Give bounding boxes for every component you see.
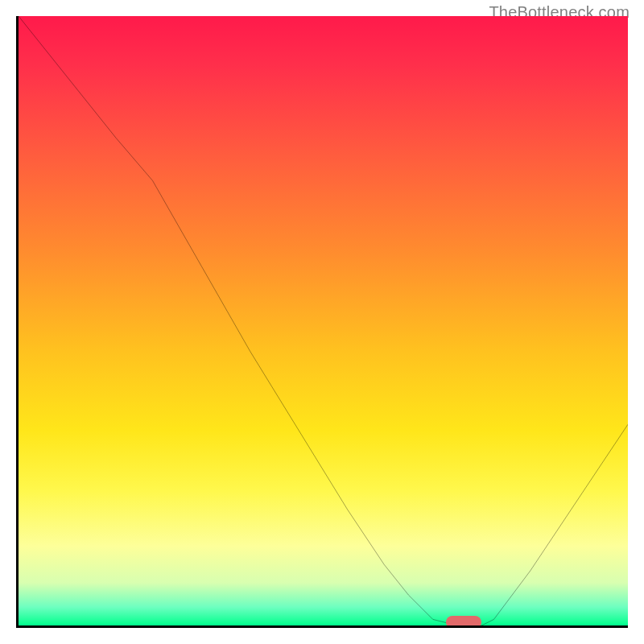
chart-container: TheBottleneck.com bbox=[0, 0, 644, 644]
bottleneck-curve bbox=[19, 16, 628, 625]
curve-svg bbox=[19, 16, 628, 625]
optimum-marker bbox=[446, 616, 481, 628]
plot-area bbox=[16, 16, 628, 628]
